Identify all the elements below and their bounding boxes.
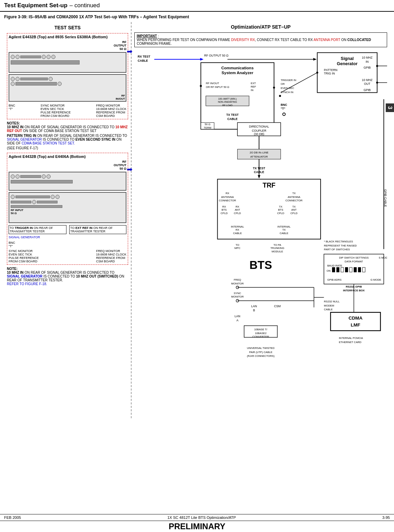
svg-rect-129 <box>354 268 356 272</box>
svg-text:TX: TX <box>292 205 296 208</box>
svg-text:INTERNAL: INTERNAL <box>278 225 291 228</box>
svg-rect-128 <box>350 268 352 272</box>
svg-text:CPLD: CPLD <box>220 212 228 215</box>
svg-text:CPLD: CPLD <box>277 212 284 215</box>
svg-rect-125 <box>336 268 339 272</box>
svg-text:DATA FORMAT: DATA FORMAT <box>345 260 363 263</box>
notes-top-title: NOTES: <box>7 121 128 125</box>
footer-date: FEB 2005 <box>4 515 21 520</box>
svg-line-36 <box>281 73 317 93</box>
preliminary-bar: PRELIMINARY <box>0 521 394 532</box>
svg-marker-20 <box>313 58 317 61</box>
svg-text:10BASE2: 10BASE2 <box>255 332 266 335</box>
svg-text:System Analyzer: System Analyzer <box>221 71 253 75</box>
svg-text:CABLE: CABLE <box>227 117 238 121</box>
svg-text:DIRECTIONAL: DIRECTIONAL <box>249 125 269 128</box>
svg-text:BTS: BTS <box>221 208 227 211</box>
top-device-labels: BNC"T" SYNC MONITOREVEN SEC TICKPULSE RE… <box>9 104 126 118</box>
footer-page: 3-95 <box>382 515 390 520</box>
notes-top: NOTES: 10 MHZ IN ON REAR OF SIGNAL GENER… <box>7 121 128 150</box>
svg-text:GPIB: GPIB <box>364 66 371 69</box>
svg-text:MODULE: MODULE <box>272 250 283 253</box>
svg-text:BAUD RATE: BAUD RATE <box>327 264 342 267</box>
note2: PATTERN TRIG IN ON REAR OF SIGNAL GENERA… <box>7 134 128 145</box>
svg-rect-136 <box>331 312 381 331</box>
svg-text:CPLD: CPLD <box>234 212 241 215</box>
svg-text:OR RF INPUT 50 Ω: OR RF INPUT 50 Ω <box>206 86 229 89</box>
svg-text:ON: ON <box>326 269 331 272</box>
svg-text:LAN: LAN <box>235 314 240 318</box>
footer-title: 1X SC 4812T Lite BTS Optimization/ATP <box>167 515 236 520</box>
svg-text:CABLE: CABLE <box>280 232 288 235</box>
svg-text:RX: RX <box>236 228 239 231</box>
figure-title: Figure 3-39: IS–95A/B and CDMA2000 1X AT… <box>4 14 390 19</box>
svg-text:ANTENNA: ANTENNA <box>288 195 301 199</box>
svg-text:FREQ: FREQ <box>234 278 241 281</box>
svg-point-35 <box>279 95 281 97</box>
svg-text:IN: IN <box>251 89 253 92</box>
svg-text:ANT: ANT <box>291 208 297 211</box>
bottom-device-labels: SYNC MONITOREVEN SEC TICKPULSE REFERENCE… <box>9 249 126 263</box>
svg-text:RS232 NULL: RS232 NULL <box>324 300 340 303</box>
svg-text:RX: RX <box>222 205 226 208</box>
rf-output-top-label: RFOUTPUT50 Ω <box>9 40 126 51</box>
svg-rect-124 <box>332 268 335 272</box>
svg-text:10 MHZ: 10 MHZ <box>362 56 373 59</box>
svg-text:LMF: LMF <box>351 322 360 328</box>
svg-text:MODEM: MODEM <box>324 304 334 307</box>
svg-text:RF IN/OUT: RF IN/OUT <box>206 82 219 85</box>
bottom-bar: FEB 2005 1X SC 4812T Lite BTS Optimizati… <box>0 514 394 521</box>
rf-output-bottom-label: RFOUTPUT50 Ω <box>9 160 126 170</box>
svg-text:ATTENUATOR: ATTENUATOR <box>250 155 268 158</box>
freq-monitor-label-top: FREQ MONITOR19.6608 MHZ CLOCKREFERENCE F… <box>96 104 126 118</box>
svg-text:RX: RX <box>236 205 239 208</box>
svg-text:ANTENNA: ANTENNA <box>221 195 234 199</box>
important-note: IMPORTANT : WHEN PERFORMING FER TEST ON … <box>134 32 387 47</box>
svg-text:PATTERN: PATTERN <box>324 68 337 72</box>
svg-text:GPIB ADRS: GPIB ADRS <box>327 278 342 281</box>
svg-text:S MODE: S MODE <box>379 256 387 259</box>
svg-rect-127 <box>345 268 348 272</box>
svg-text:CONNECTOR: CONNECTOR <box>286 199 303 202</box>
bottom-arrows: TO TRIGGER IN ON REAR OF TRANSMITTER TES… <box>9 225 126 234</box>
svg-text:SYNCH IN: SYNCH IN <box>281 91 293 94</box>
svg-text:CDMA: CDMA <box>349 315 363 321</box>
svg-text:TX TEST: TX TEST <box>226 113 239 117</box>
svg-text:10BASE T/: 10BASE T/ <box>254 328 268 331</box>
svg-text:Generator: Generator <box>337 61 357 66</box>
svg-point-30 <box>273 87 275 89</box>
left-col-header: TEST SETS <box>7 25 128 30</box>
page-header: Test Equipment Set-up – continued <box>0 0 394 12</box>
svg-text:COUPLER: COUPLER <box>252 129 266 132</box>
top-device-title: Agilent E4432B (Top) and 8935 Series E63… <box>9 35 126 39</box>
svg-text:ETHERNET CARD: ETHERNET CARD <box>339 341 362 344</box>
svg-text:TRF: TRF <box>262 182 276 189</box>
svg-text:TO: TO <box>236 243 239 247</box>
see-figure: (SEE FIGURE F-17) <box>7 146 128 150</box>
sync-monitor-label-top: SYNC MONITOREVEN SEC TICKPULSE REFERENCE… <box>41 104 71 118</box>
svg-text:TX: TX <box>279 205 282 208</box>
notes-bottom: NOTE: 10 MHZ IN ON REAR OF SIGNAL GENERA… <box>7 267 128 286</box>
svg-text:UNIVERSAL TWISTED: UNIVERSAL TWISTED <box>247 347 275 350</box>
to-trigger-label: TO TRIGGER IN ON REAR OF TRANSMITTER TES… <box>9 225 66 234</box>
bottom-unit-drawing: RFIN/OUT <box>9 74 126 102</box>
svg-text:A: A <box>236 319 238 322</box>
bottom-top-unit <box>9 172 126 191</box>
page-title: Test Equipment Set-up <box>4 2 68 9</box>
svg-text:TRUNKING: TRUNKING <box>270 247 284 250</box>
svg-text:MONITOR: MONITOR <box>231 295 244 298</box>
svg-text:EXT: EXT <box>251 82 256 85</box>
svg-text:TERM: TERM <box>204 126 211 129</box>
freq-monitor-bottom: FREQ MONITOR19.6608 MHZ CLOCKREFERENCE F… <box>96 249 126 263</box>
notes-bottom-title: NOTE: <box>7 267 128 271</box>
svg-text:2O DB IN–LINE: 2O DB IN–LINE <box>250 151 268 154</box>
svg-text:SYNC: SYNC <box>234 292 241 295</box>
svg-text:GPIB: GPIB <box>364 88 371 92</box>
svg-marker-17 <box>200 58 204 61</box>
svg-text:INTERNAL: INTERNAL <box>231 225 244 228</box>
svg-text:REF: REF <box>251 85 256 88</box>
svg-text:CABLE: CABLE <box>324 308 332 311</box>
svg-text:100–WATT (MIN.): 100–WATT (MIN.) <box>218 98 237 100</box>
svg-text:CONNECTOR: CONNECTOR <box>219 199 236 202</box>
svg-text:CPLD: CPLD <box>290 212 298 215</box>
